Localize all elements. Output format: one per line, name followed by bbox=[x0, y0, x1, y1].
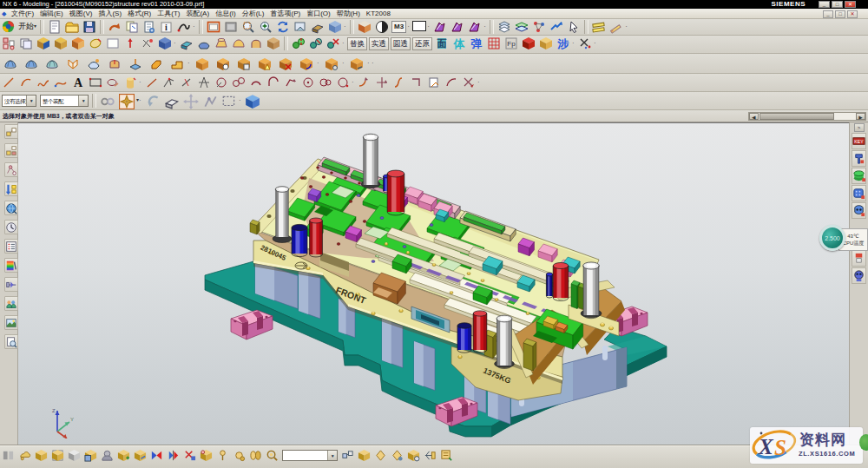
svg-text:面: 面 bbox=[437, 38, 447, 49]
svg-text:Fp: Fp bbox=[507, 40, 516, 48]
svg-text:KEY: KEY bbox=[854, 139, 864, 144]
svg-text:涉: 涉 bbox=[557, 37, 569, 50]
svg-text:i: i bbox=[417, 457, 418, 461]
svg-text:i: i bbox=[165, 23, 168, 32]
svg-text:X: X bbox=[758, 435, 774, 458]
svg-text:体: 体 bbox=[453, 37, 466, 50]
svg-text:Y: Y bbox=[70, 417, 74, 422]
svg-text:A: A bbox=[74, 76, 83, 89]
svg-text:Z: Z bbox=[52, 408, 56, 413]
svg-text:弹: 弹 bbox=[471, 37, 483, 50]
svg-text:S: S bbox=[774, 436, 786, 459]
